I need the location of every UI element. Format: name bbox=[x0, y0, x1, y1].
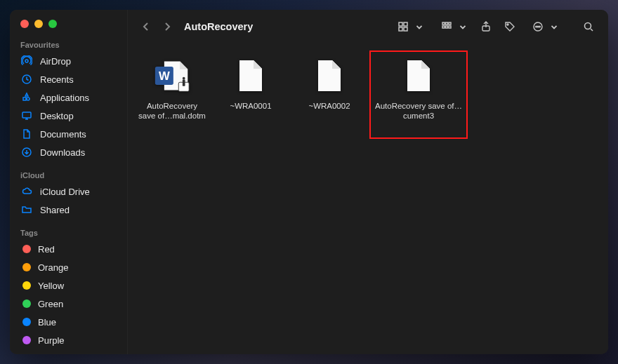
tag-dot-icon bbox=[22, 299, 31, 308]
svg-rect-7 bbox=[404, 27, 407, 31]
search-button[interactable] bbox=[579, 17, 598, 36]
folder-icon bbox=[20, 204, 33, 215]
tags-button[interactable] bbox=[500, 17, 520, 36]
finder-window: FavouritesAirDropRecentsApplicationsDesk… bbox=[10, 10, 608, 354]
file-item[interactable]: ~WRA0001 bbox=[213, 52, 288, 137]
main-pane: AutoRecovery bbox=[128, 10, 608, 354]
sidebar-item-tag-red[interactable]: Red bbox=[10, 240, 127, 258]
sidebar-item-tag-green[interactable]: Green bbox=[10, 295, 127, 313]
sidebar: FavouritesAirDropRecentsApplicationsDesk… bbox=[10, 10, 128, 354]
group-by-chevron-icon[interactable] bbox=[458, 17, 468, 36]
file-name-label: AutoRecovery save of…mal.dotm bbox=[137, 101, 207, 121]
sidebar-item-label: Green bbox=[38, 299, 63, 309]
cloud-icon bbox=[20, 186, 33, 197]
svg-point-0 bbox=[25, 60, 28, 62]
sidebar-item-label: Shared bbox=[40, 205, 70, 215]
sidebar-item-label: Recents bbox=[40, 74, 74, 85]
file-name-label: ~WRA0001 bbox=[216, 101, 286, 111]
svg-rect-5 bbox=[404, 22, 407, 26]
airdrop-icon bbox=[20, 55, 33, 67]
svg-text:W: W bbox=[159, 70, 170, 83]
sidebar-item-tag-orange[interactable]: Orange bbox=[10, 258, 127, 276]
apps-icon bbox=[20, 92, 33, 103]
download-icon bbox=[20, 147, 33, 158]
svg-point-25 bbox=[183, 77, 185, 80]
desktop-icon bbox=[20, 110, 33, 121]
back-button[interactable] bbox=[138, 17, 154, 36]
sidebar-item-airdrop[interactable]: AirDrop bbox=[10, 52, 127, 70]
file-item[interactable]: ~WRA0002 bbox=[292, 52, 367, 137]
share-button[interactable] bbox=[476, 17, 496, 36]
zoom-button[interactable] bbox=[48, 20, 57, 28]
tag-dot-icon bbox=[22, 263, 31, 271]
generic-doc-icon bbox=[311, 55, 348, 97]
sidebar-item-label: Downloads bbox=[40, 147, 85, 158]
svg-point-19 bbox=[539, 26, 541, 27]
file-item[interactable]: AutoRecovery save of…cument3 bbox=[371, 52, 466, 137]
svg-rect-11 bbox=[442, 26, 445, 28]
sidebar-section-label: Tags bbox=[10, 226, 127, 240]
sidebar-item-tag-blue[interactable]: Blue bbox=[10, 313, 127, 331]
svg-rect-9 bbox=[446, 22, 448, 25]
view-mode-group bbox=[393, 17, 424, 36]
sidebar-item-label: Yellow bbox=[38, 281, 64, 291]
group-by-group bbox=[437, 17, 468, 36]
sidebar-item-icloud-drive[interactable]: iCloud Drive bbox=[10, 182, 127, 201]
svg-point-20 bbox=[585, 23, 591, 29]
doc-icon bbox=[20, 128, 33, 140]
generic-doc-icon bbox=[400, 55, 437, 97]
sidebar-item-label: iCloud Drive bbox=[40, 187, 90, 197]
sidebar-item-applications[interactable]: Applications bbox=[10, 88, 127, 107]
sidebar-section-label: Favourites bbox=[10, 38, 127, 52]
action-menu-chevron-icon[interactable] bbox=[549, 17, 559, 36]
close-button[interactable] bbox=[20, 20, 29, 28]
svg-point-15 bbox=[507, 24, 508, 25]
sidebar-item-label: Documents bbox=[40, 129, 86, 140]
minimize-button[interactable] bbox=[34, 20, 43, 28]
sidebar-item-shared[interactable]: Shared bbox=[10, 201, 127, 219]
svg-rect-12 bbox=[446, 26, 448, 28]
icon-view-button[interactable] bbox=[393, 17, 413, 36]
forward-button[interactable] bbox=[159, 17, 176, 36]
svg-rect-24 bbox=[183, 80, 185, 86]
toolbar: AutoRecovery bbox=[128, 10, 608, 43]
sidebar-section-label: iCloud bbox=[10, 168, 127, 182]
sidebar-item-tag-purple[interactable]: Purple bbox=[10, 331, 127, 349]
svg-rect-13 bbox=[449, 26, 451, 28]
sidebar-item-label: AirDrop bbox=[40, 56, 71, 67]
view-mode-chevron-icon[interactable] bbox=[414, 17, 424, 36]
svg-rect-4 bbox=[399, 22, 402, 26]
svg-rect-6 bbox=[399, 27, 402, 31]
sidebar-item-label: Blue bbox=[38, 317, 56, 328]
svg-rect-8 bbox=[442, 22, 445, 25]
folder-title: AutoRecovery bbox=[184, 21, 253, 32]
tag-dot-icon bbox=[22, 336, 31, 344]
tag-dot-icon bbox=[22, 281, 31, 290]
action-menu-group bbox=[528, 17, 559, 36]
sidebar-item-tag-yellow[interactable]: Yellow bbox=[10, 276, 127, 295]
file-item[interactable]: WAutoRecovery save of…mal.dotm bbox=[135, 52, 209, 137]
file-name-label: ~WRA0002 bbox=[294, 101, 364, 111]
clock-icon bbox=[20, 74, 33, 85]
sidebar-item-label: Red bbox=[38, 244, 55, 255]
svg-rect-10 bbox=[449, 22, 451, 25]
svg-rect-2 bbox=[22, 112, 31, 118]
tag-dot-icon bbox=[22, 318, 31, 326]
group-by-button[interactable] bbox=[437, 17, 456, 36]
sidebar-item-label: Applications bbox=[40, 93, 89, 103]
sidebar-item-documents[interactable]: Documents bbox=[10, 125, 127, 143]
sidebar-item-recents[interactable]: Recents bbox=[10, 70, 127, 88]
file-grid: WAutoRecovery save of…mal.dotm~WRA0001~W… bbox=[128, 43, 608, 354]
svg-point-18 bbox=[537, 26, 539, 27]
action-menu-button[interactable] bbox=[528, 17, 548, 36]
sidebar-item-downloads[interactable]: Downloads bbox=[10, 143, 127, 161]
window-controls bbox=[10, 18, 127, 38]
sidebar-item-label: Orange bbox=[38, 262, 68, 273]
generic-doc-icon bbox=[232, 55, 269, 97]
tag-dot-icon bbox=[22, 245, 31, 253]
sidebar-item-desktop[interactable]: Desktop bbox=[10, 107, 127, 125]
sidebar-item-label: Desktop bbox=[40, 111, 74, 121]
svg-point-17 bbox=[536, 26, 537, 27]
file-name-label: AutoRecovery save of…cument3 bbox=[374, 101, 464, 121]
sidebar-item-label: Purple bbox=[38, 335, 65, 346]
